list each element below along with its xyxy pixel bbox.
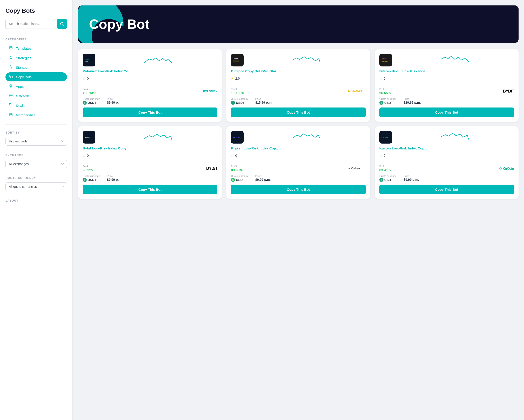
layout-label: LAYOUT [5,199,67,202]
currency-row: Quote currency $ USD Price $9.99 p.m. [231,175,366,182]
profit-label: Profit [83,88,96,91]
price-label: Price [255,175,271,177]
sidebar-item-strategies[interactable]: Strategies [5,53,67,62]
usdt-icon: T [83,178,87,182]
sort-select[interactable]: Highest profit Lowest price Newest Most … [5,137,67,146]
card-header: KUCOIN [379,131,514,143]
chart-line [247,54,366,66]
quote-label: Quote currency [231,175,248,177]
card-divider [83,161,217,161]
card-stats: Profit 190.13% POLONIEX [83,88,217,95]
quote-value: T USDT [379,101,396,105]
card-divider [231,161,366,161]
price-value: $9.99 p.m. [107,178,122,181]
bot-rating: ★ 2.6 [231,77,366,80]
bot-logo: ST★R SIGNALS [231,54,244,67]
profit-block: Profit 93.92% [83,165,94,172]
rating-value: 0 [87,154,89,157]
svg-text:NIEX: NIEX [85,61,88,62]
sidebar-item-apps[interactable]: Apps [5,82,67,91]
usd-icon: $ [231,178,235,182]
giftcards-icon [9,94,13,98]
card-header: ₿ devil USDT Base [379,54,514,67]
profit-label: Profit [83,165,94,168]
card-divider [379,161,514,161]
sidebar-item-label: Giftcards [16,94,29,98]
sidebar-item-templates[interactable]: Templates [5,44,67,53]
strategies-icon [9,56,13,60]
profit-label: Profit [231,165,243,168]
search-button[interactable] [57,19,67,29]
merchandise-icon [9,113,13,117]
price-label: Price [255,98,273,100]
sidebar-item-signals[interactable]: Signals [5,63,67,72]
chart-line [247,132,366,143]
copy-bot-button[interactable]: Copy This Bot [231,185,366,194]
sidebar-item-label: Deals [16,104,25,108]
signals-icon [9,65,13,70]
exchange-logo: POLONIEX [203,90,217,93]
quote-value: T USDT [83,178,100,182]
bot-logo: ₿ devil USDT Base [379,54,392,67]
sidebar-item-label: Apps [16,84,24,88]
star-signals-logo-svg: ST★R SIGNALS [233,56,242,64]
quote-block: Quote currency T USDT [379,98,396,105]
star-icon: ☆ [379,77,382,80]
search-input[interactable] [5,19,55,29]
copy-bot-button[interactable]: Copy This Bot [83,185,217,194]
quote-currency-label: QUOTE CURRENCY [5,176,67,180]
profit-value: 96.65% [379,91,391,95]
card-stats: Profit 96.65% BYBIT [379,88,514,95]
usdt-icon: T [231,101,235,105]
svg-text:ST★R: ST★R [234,58,238,60]
chart-line [99,54,217,66]
sidebar-item-giftcards[interactable]: Giftcards [5,91,67,101]
sidebar-item-deals[interactable]: Deals [5,101,67,110]
bot-rating: ☆ 0 [83,77,217,80]
price-block: Price $9.99 p.m. [107,98,122,105]
svg-line-1 [63,25,63,25]
profit-block: Profit 83.95% [231,165,243,172]
copy-bot-button[interactable]: Copy This Bot [379,108,514,117]
svg-text:SIGNALS: SIGNALS [233,60,239,62]
divider [5,125,67,125]
quote-block: Quote currency T USDT [231,98,248,105]
quote-currency-select[interactable]: All quote currencies USDT USD BTC [5,182,67,191]
quote-value: T USDT [83,101,100,105]
sidebar-item-merchandise[interactable]: Merchandise [5,110,67,119]
bots-grid: POLO NIEX Poloniex Low-Risk Index Co... … [78,49,519,199]
profit-value: 119.60% [231,91,244,95]
profit-label: Profit [379,88,391,91]
bot-card: KUCOIN Kucoin Low-Risk Index Cop... ☆ 0 … [375,126,519,199]
exchange-select[interactable]: All exchanges Binance Bybit Kraken KuCoi… [5,160,67,168]
copy-bot-button[interactable]: Copy This Bot [231,108,366,117]
price-label: Price [107,175,122,177]
card-header: ST★R SIGNALS [231,54,366,67]
svg-rect-5 [10,76,12,78]
quote-value: T USDT [379,178,396,182]
price-label: Price [107,98,122,100]
rating-value: 0 [384,154,385,157]
svg-text:KUCOIN: KUCOIN [381,136,388,139]
quote-value: $ USD [231,178,248,182]
templates-icon [9,46,13,50]
chart-line [99,132,217,143]
price-value: $9.99 p.m. [255,178,271,181]
profit-value: 83.95% [231,168,243,172]
price-block: Price $15.99 p.m. [255,98,273,105]
copy-bot-button[interactable]: Copy This Bot [83,108,217,117]
card-header: POLO NIEX [83,54,217,67]
profit-value: 83.41% [379,168,391,172]
sidebar-item-label: Merchandise [16,113,35,117]
copy-bot-button[interactable]: Copy This Bot [379,185,514,194]
card-stats: Profit 83.41% ⬡ KuCoin [379,165,514,172]
profit-block: Profit 83.41% [379,165,391,172]
star-icon: ☆ [83,154,86,157]
sidebar-item-copy-bots[interactable]: Copy Bots [5,72,67,81]
bot-logo: KUCOIN [379,131,392,143]
quote-label: Quote currency [379,175,396,177]
currency-row: Quote currency T USDT Price $29.99 p.m. [379,98,514,105]
chart-line [396,132,514,143]
bybit-logo-svg: BYBIT [85,134,94,141]
bot-card: ₿ devil USDT Base Bitcoin devil | Low Ri… [375,49,519,122]
